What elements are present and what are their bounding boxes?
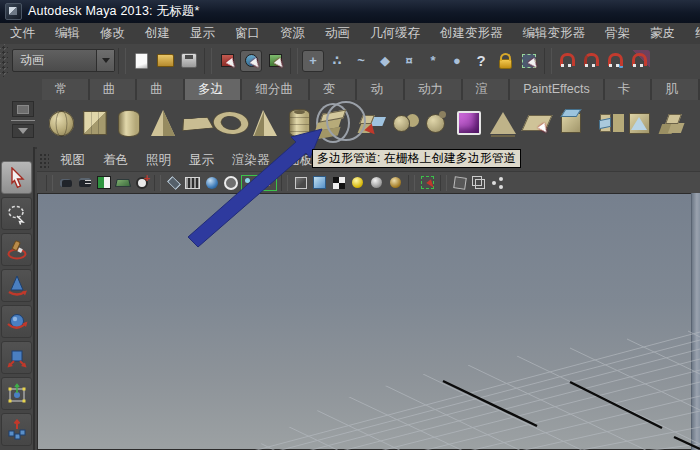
menu-item[interactable]: 编辑 <box>45 23 90 44</box>
poly-plane-icon[interactable] <box>180 103 214 143</box>
xray-mode-icon[interactable] <box>451 175 468 191</box>
poly-reduce-icon[interactable] <box>350 103 384 143</box>
snap-to-grid-icon[interactable] <box>556 50 578 72</box>
menu-item[interactable]: 显示 <box>180 23 225 44</box>
default-material-icon[interactable] <box>311 175 328 191</box>
view-grid-icon[interactable] <box>114 175 131 191</box>
panel-menu-item[interactable]: 照明 <box>137 150 180 171</box>
menu-item[interactable]: 编辑变形器 <box>513 23 596 44</box>
mask-deformations-icon[interactable]: ¤ <box>398 50 420 72</box>
poly-sphere-icon[interactable] <box>44 103 78 143</box>
poly-helix-icon[interactable] <box>316 103 350 143</box>
group-separator[interactable] <box>544 48 552 74</box>
title-bar[interactable]: Autodesk Maya 2013: 无标题* <box>0 0 700 23</box>
menuset-dropdown-button[interactable] <box>96 50 114 71</box>
poly-smooth-icon[interactable] <box>452 103 486 143</box>
node-connections-icon[interactable] <box>489 175 506 191</box>
menu-item[interactable]: 创建 <box>135 23 180 44</box>
mask-dynamics-icon[interactable]: * <box>422 50 444 72</box>
menu-item[interactable]: 窗口 <box>225 23 270 44</box>
textured-mode-icon[interactable] <box>241 175 258 191</box>
shelf-tab[interactable]: 渲染 <box>463 79 511 100</box>
panel-menu-item[interactable]: 渲染器 <box>223 150 279 171</box>
wireframe-on-shaded-icon[interactable] <box>292 175 309 191</box>
viewport-edge-strip[interactable] <box>691 193 700 450</box>
scale-tool[interactable] <box>1 341 32 374</box>
film-gate-icon[interactable] <box>184 175 201 191</box>
poly-boolean-icon[interactable] <box>418 103 452 143</box>
mask-rendering-icon[interactable]: ● <box>446 50 468 72</box>
mask-points-icon[interactable]: ∴ <box>326 50 348 72</box>
select-object-icon[interactable] <box>240 50 262 72</box>
wireframe-mode-icon[interactable] <box>165 175 182 191</box>
shelf-tab[interactable]: 动画 <box>357 79 405 100</box>
shelf-tab[interactable]: 曲面 <box>137 79 185 100</box>
snap-to-curve-icon[interactable] <box>580 50 602 72</box>
shelf-tab[interactable]: 多边形 <box>185 79 242 100</box>
shelf-tab[interactable]: 动力学 <box>405 79 462 100</box>
poly-pyramid-icon[interactable] <box>248 103 282 143</box>
use-no-lights-icon[interactable] <box>387 175 404 191</box>
shelf-menu-button[interactable] <box>12 101 34 117</box>
camera-bookmark-icon[interactable] <box>76 175 93 191</box>
highlight-selection-icon[interactable] <box>518 50 540 72</box>
poly-cone-icon[interactable] <box>146 103 180 143</box>
menu-item[interactable]: 修改 <box>90 23 135 44</box>
group-separator[interactable] <box>204 48 212 74</box>
image-plane-icon[interactable] <box>95 175 112 191</box>
lasso-tool[interactable] <box>1 197 32 230</box>
group-separator[interactable] <box>118 48 126 74</box>
shelf-tab[interactable]: 变形 <box>310 79 358 100</box>
shelf-tab[interactable]: 细分曲面 <box>242 79 309 100</box>
grip-handle[interactable] <box>39 153 49 169</box>
poly-bridge-icon[interactable] <box>588 103 622 143</box>
select-component-icon[interactable] <box>264 50 286 72</box>
snap-to-point-icon[interactable] <box>604 50 626 72</box>
viewport-canvas[interactable] <box>37 193 700 450</box>
poly-bevel-icon[interactable] <box>622 103 656 143</box>
use-all-lights-icon[interactable] <box>349 175 366 191</box>
use-default-light-icon[interactable] <box>368 175 385 191</box>
menu-item[interactable]: 约束 <box>685 23 700 44</box>
poly-extrude-icon[interactable] <box>554 103 588 143</box>
universal-manipulator-tool[interactable] <box>1 377 32 410</box>
poly-combine-icon[interactable] <box>384 103 418 143</box>
group-separator[interactable] <box>290 48 298 74</box>
isolate-select-icon[interactable] <box>419 175 436 191</box>
menu-item[interactable]: 蒙皮 <box>640 23 685 44</box>
paint-selection-tool[interactable] <box>1 233 32 266</box>
select-tool[interactable] <box>1 161 32 194</box>
rotate-tool[interactable] <box>1 305 32 338</box>
checker-material-icon[interactable] <box>330 175 347 191</box>
shelf-tab[interactable]: PaintEffects <box>510 79 604 100</box>
help-icon[interactable]: ? <box>470 50 492 72</box>
menu-item[interactable]: 创建变形器 <box>430 23 513 44</box>
poly-pipe-icon[interactable] <box>282 103 316 143</box>
menu-item[interactable]: 动画 <box>315 23 360 44</box>
menu-item[interactable]: 资源 <box>270 23 315 44</box>
zoom-region-icon[interactable] <box>133 175 150 191</box>
shelf-tab[interactable]: 曲线 <box>90 79 138 100</box>
poly-cylinder-icon[interactable] <box>112 103 146 143</box>
move-tool[interactable] <box>1 269 32 302</box>
mask-handles-icon[interactable]: + <box>302 50 324 72</box>
select-hierarchy-icon[interactable] <box>216 50 238 72</box>
poly-triangulate-icon[interactable] <box>486 103 520 143</box>
menu-item[interactable]: 骨架 <box>595 23 640 44</box>
shelf-tab-menu-button[interactable] <box>12 124 34 138</box>
overlap-view-icon[interactable] <box>470 175 487 191</box>
panel-menu-item[interactable]: 视图 <box>51 150 94 171</box>
open-scene-icon[interactable] <box>154 50 176 72</box>
panel-menu-item[interactable]: 显示 <box>180 150 223 171</box>
new-scene-icon[interactable] <box>130 50 152 72</box>
mask-surfaces-icon[interactable]: ◆ <box>374 50 396 72</box>
panel-menu-item[interactable]: 着色 <box>94 150 137 171</box>
menuset-dropdown[interactable]: 动画 <box>12 49 115 72</box>
shelf-tab[interactable]: 常规 <box>42 79 90 100</box>
shelf-tab[interactable]: 卡通 <box>605 79 653 100</box>
shelf-tab[interactable]: 肌肉 <box>652 79 700 100</box>
shaded-mode-icon[interactable] <box>203 175 220 191</box>
lock-selection-icon[interactable] <box>494 50 516 72</box>
grip-handle[interactable] <box>0 44 8 77</box>
poly-append-icon[interactable] <box>520 103 554 143</box>
